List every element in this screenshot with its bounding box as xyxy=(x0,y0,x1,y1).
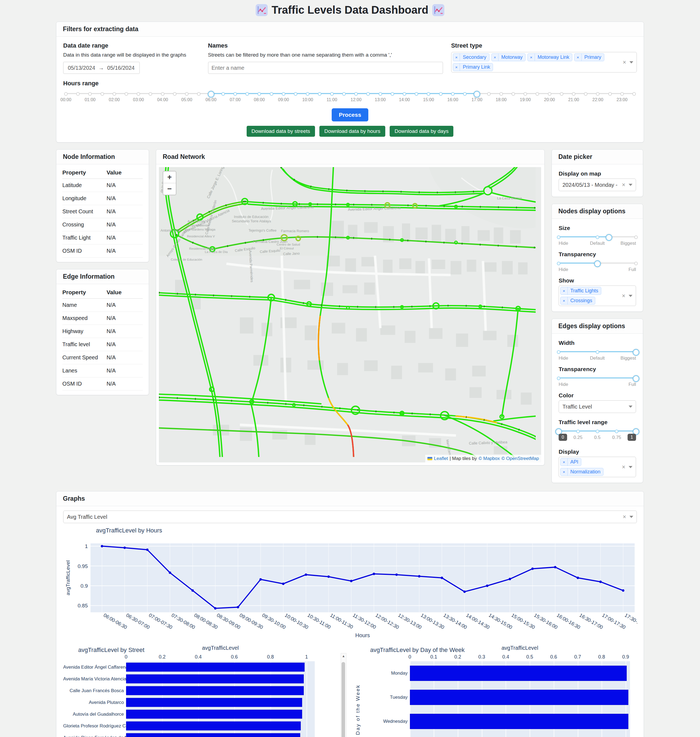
column-header: Value xyxy=(107,166,143,179)
street-type-multiselect[interactable]: ×Secondary×Motorway×Motorway Link×Primar… xyxy=(451,52,637,72)
slider-tick xyxy=(427,92,430,96)
slider-mark-label: 01:00 xyxy=(84,97,96,102)
filter-tag[interactable]: ×Motorway Link xyxy=(528,53,572,61)
scroll-up-icon[interactable]: ▲ xyxy=(341,654,346,658)
slider-track[interactable] xyxy=(559,374,636,382)
remove-tag-icon[interactable]: × xyxy=(560,287,568,294)
remove-tag-icon[interactable]: × xyxy=(528,54,535,61)
download-hours-button[interactable]: Download data by hours xyxy=(319,126,385,137)
clear-icon[interactable]: × xyxy=(622,293,625,299)
osm-link[interactable]: © OpenStreetMap xyxy=(501,456,539,461)
tick-label: 0.5 xyxy=(526,654,533,660)
traffic-level-range-slider[interactable]: 00.250.50.751 xyxy=(559,427,636,441)
slider-tick xyxy=(557,235,560,239)
chevron-down-icon[interactable] xyxy=(629,516,633,518)
hours-range-label: Hours range xyxy=(63,80,637,87)
slider-tick xyxy=(366,92,370,96)
chart-emoji-icon xyxy=(256,4,268,16)
remove-tag-icon[interactable]: × xyxy=(575,54,582,61)
bar xyxy=(410,714,629,729)
graph-type-select[interactable]: Avg Traffic Level × xyxy=(63,510,637,523)
road-network-map[interactable]: de la CulebraCalle Jorge E. Loring Oyarz… xyxy=(159,167,541,462)
filter-tag[interactable]: ×Primary Link xyxy=(453,63,493,71)
names-input[interactable] xyxy=(208,62,443,74)
slider-tick xyxy=(584,92,588,96)
process-button[interactable]: Process xyxy=(332,108,368,121)
date-start[interactable]: 05/13/2024 xyxy=(68,65,95,71)
remove-tag-icon[interactable]: × xyxy=(453,63,460,71)
chevron-down-icon[interactable] xyxy=(629,406,632,408)
bar-row: Tuesday xyxy=(355,685,630,709)
table-row: LanesN/A xyxy=(62,364,143,377)
svg-text:15:00-15:30: 15:00-15:30 xyxy=(510,612,536,630)
zoom-in-button[interactable]: + xyxy=(163,171,176,183)
traffic-level-range-label: Traffic level range xyxy=(559,419,636,425)
edge-color-value: Traffic Level xyxy=(560,404,626,410)
show-multiselect[interactable]: ×Traffic Lights×Crossings × xyxy=(559,285,636,306)
svg-text:0.9: 0.9 xyxy=(81,583,88,589)
property-cell: OSM ID xyxy=(62,377,107,390)
hours-range-slider[interactable]: 00:0001:0002:0003:0004:0005:0006:0007:00… xyxy=(66,90,634,104)
slider-handle[interactable] xyxy=(594,260,601,267)
display-on-map-select[interactable]: 2024/05/13 - Monday - 10:25 × xyxy=(559,179,636,191)
date-range-input[interactable]: 05/13/2024 → 05/16/2024 xyxy=(63,62,140,74)
chevron-down-icon[interactable] xyxy=(629,466,632,468)
value-cell: N/A xyxy=(107,377,143,390)
slider-handle[interactable] xyxy=(207,91,215,98)
slider-tick xyxy=(185,92,189,96)
edge-transparency-slider[interactable]: HideFull xyxy=(559,374,636,388)
edge-width-slider[interactable]: HideDefaultBiggest xyxy=(559,348,636,362)
chart-scrollbar[interactable]: ▲ ▼ xyxy=(341,653,346,737)
node-transparency-slider[interactable]: HideFull xyxy=(559,259,636,274)
chevron-down-icon[interactable] xyxy=(629,184,632,186)
slider-handle[interactable] xyxy=(605,234,612,241)
clear-icon[interactable]: × xyxy=(623,514,626,520)
slider-tick xyxy=(548,92,551,96)
download-days-button[interactable]: Download data by days xyxy=(390,126,454,137)
clear-icon[interactable]: × xyxy=(623,59,626,65)
slider-handle[interactable] xyxy=(633,349,640,356)
display-multiselect[interactable]: ×API×Normalization × xyxy=(559,457,636,477)
map-canvas[interactable]: de la CulebraCalle Jorge E. Loring Oyarz… xyxy=(159,167,536,457)
filter-tag[interactable]: ×Crossings xyxy=(560,297,595,305)
download-streets-button[interactable]: Download data by streets xyxy=(247,126,315,137)
slider-mark-label: 0.25 xyxy=(574,435,582,440)
slider-track[interactable] xyxy=(559,259,636,267)
slider-track[interactable] xyxy=(559,427,636,435)
slider-track[interactable] xyxy=(559,348,636,356)
remove-tag-icon[interactable]: × xyxy=(492,54,499,61)
slider-track[interactable] xyxy=(559,233,636,241)
width-label: Width xyxy=(559,340,636,346)
filter-tag[interactable]: ×Primary xyxy=(574,53,604,61)
filter-tag[interactable]: ×Motorway xyxy=(491,53,526,61)
filter-tag[interactable]: ×Normalization xyxy=(560,468,603,476)
chevron-down-icon[interactable] xyxy=(629,295,632,297)
zoom-out-button[interactable]: − xyxy=(163,183,176,195)
slider-tick xyxy=(596,350,599,354)
mapbox-link[interactable]: © Mapbox xyxy=(478,456,500,461)
slider-track[interactable] xyxy=(66,90,634,97)
leaflet-link[interactable]: Leaflet xyxy=(434,456,448,461)
clear-icon[interactable]: × xyxy=(622,464,625,470)
clear-icon[interactable]: × xyxy=(622,182,625,188)
edge-info-title: Edge Information xyxy=(56,269,149,284)
edge-info-table: PropertyValueNameN/AMaxspeedN/AHighwayN/… xyxy=(62,286,143,390)
date-end[interactable]: 05/16/2024 xyxy=(107,65,135,71)
slider-mark-label: 12:00 xyxy=(350,97,362,102)
remove-tag-icon[interactable]: × xyxy=(560,468,568,475)
slider-handle[interactable] xyxy=(474,91,481,98)
table-row: OSM IDN/A xyxy=(62,244,143,257)
edge-color-select[interactable]: Traffic Level xyxy=(559,400,636,413)
node-size-slider[interactable]: HideDefaultBiggest xyxy=(559,233,636,247)
remove-tag-icon[interactable]: × xyxy=(560,458,568,466)
remove-tag-icon[interactable]: × xyxy=(453,54,460,61)
filter-tag[interactable]: ×Traffic Lights xyxy=(560,287,601,295)
filter-tag[interactable]: ×Secondary xyxy=(453,53,490,61)
remove-tag-icon[interactable]: × xyxy=(560,297,568,305)
chevron-down-icon[interactable] xyxy=(629,61,633,63)
slider-handle[interactable] xyxy=(633,375,640,382)
filter-tag[interactable]: ×API xyxy=(560,458,581,466)
slider-tick xyxy=(64,92,68,96)
tick-label: 1 xyxy=(305,654,308,660)
scrollbar-thumb[interactable] xyxy=(341,662,345,737)
